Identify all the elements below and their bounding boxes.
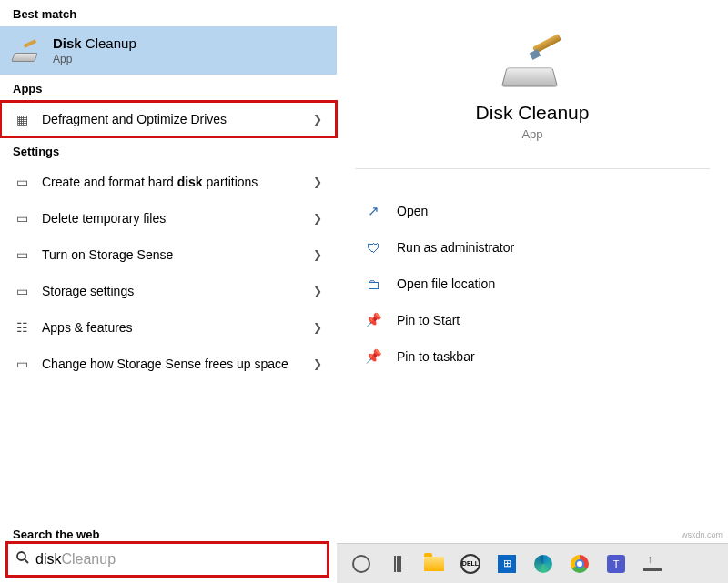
storage-icon: ▭	[13, 282, 31, 300]
admin-icon: 🛡	[364, 238, 382, 256]
store-icon[interactable]: ⊞	[495, 552, 519, 576]
storage-sense-icon: ▭	[13, 246, 31, 264]
search-input[interactable]: disk Cleanup	[5, 541, 329, 578]
dell-icon[interactable]: DELL	[459, 552, 482, 576]
setting-storage-change[interactable]: ▭ Change how Storage Sense frees up spac…	[0, 346, 337, 382]
setting-label: Apps & features	[42, 320, 302, 335]
chevron-right-icon: ❯	[313, 176, 324, 188]
setting-storage[interactable]: ▭ Storage settings ❯	[0, 273, 337, 309]
setting-storage-sense[interactable]: ▭ Turn on Storage Sense ❯	[0, 236, 337, 273]
setting-apps-features[interactable]: ☷ Apps & features ❯	[0, 309, 337, 346]
detail-title: Disk Cleanup	[476, 102, 590, 124]
setting-label: Storage settings	[42, 284, 302, 298]
setting-partitions[interactable]: ▭ Create and format hard disk partitions…	[0, 164, 337, 200]
apps-header: Apps	[0, 75, 337, 101]
setting-label: Create and format hard disk partitions	[42, 175, 302, 189]
cortana-icon[interactable]	[349, 552, 373, 576]
chevron-right-icon: ❯	[313, 248, 324, 261]
file-explorer-icon[interactable]	[422, 552, 446, 576]
task-view-icon[interactable]	[386, 552, 410, 576]
detail-panel: Disk Cleanup App ↗ Open 🛡 Run as adminis…	[337, 0, 728, 583]
setting-delete-temp[interactable]: ▭ Delete temporary files ❯	[0, 200, 337, 236]
setting-label: Turn on Storage Sense	[42, 247, 302, 262]
taskbar: DELL ⊞ T	[337, 543, 728, 583]
delete-temp-icon: ▭	[13, 209, 31, 227]
actions-list: ↗ Open 🛡 Run as administrator 🗀 Open fil…	[337, 175, 728, 393]
action-open[interactable]: ↗ Open	[364, 193, 701, 229]
storage-change-icon: ▭	[13, 355, 31, 373]
chrome-icon[interactable]	[568, 552, 592, 576]
teams-icon[interactable]: T	[604, 552, 628, 576]
action-label: Open	[397, 204, 428, 218]
search-typed: disk	[35, 551, 61, 568]
chevron-right-icon: ❯	[313, 285, 324, 297]
chevron-right-icon: ❯	[313, 357, 324, 370]
action-file-location[interactable]: 🗀 Open file location	[364, 266, 701, 302]
settings-list: ▭ Create and format hard disk partitions…	[0, 164, 337, 520]
tray-up-icon[interactable]	[641, 552, 664, 576]
action-run-admin[interactable]: 🛡 Run as administrator	[364, 229, 701, 266]
disk-cleanup-icon	[500, 36, 565, 87]
pin-taskbar-icon: 📌	[364, 347, 382, 366]
open-icon: ↗	[364, 202, 382, 220]
divider	[355, 168, 710, 169]
watermark: wsxdn.com	[682, 530, 723, 539]
disk-cleanup-icon	[13, 40, 42, 62]
setting-label: Delete temporary files	[42, 211, 302, 226]
detail-subtitle: App	[521, 127, 542, 141]
search-icon	[15, 550, 30, 568]
settings-header: Settings	[0, 137, 337, 164]
best-match-title: Disk Cleanup	[53, 35, 136, 51]
search-suggestion: Cleanup	[61, 551, 116, 568]
best-match-disk-cleanup[interactable]: Disk Cleanup App	[0, 26, 337, 75]
defrag-icon: ▦	[13, 110, 31, 128]
svg-point-2	[17, 552, 25, 560]
edge-icon[interactable]	[531, 552, 555, 576]
partition-icon: ▭	[13, 173, 31, 191]
action-label: Pin to Start	[397, 313, 460, 327]
left-panel: Best match Disk Cleanup App Apps ▦ Defra…	[0, 0, 337, 583]
action-pin-taskbar[interactable]: 📌 Pin to taskbar	[364, 338, 701, 375]
search-results-panel: Best match Disk Cleanup App Apps ▦ Defra…	[0, 0, 728, 583]
action-label: Open file location	[397, 276, 495, 291]
svg-line-3	[25, 559, 28, 563]
chevron-right-icon: ❯	[313, 113, 324, 126]
best-match-header: Best match	[0, 0, 337, 26]
pin-start-icon: 📌	[364, 311, 382, 329]
action-label: Run as administrator	[397, 240, 514, 255]
action-pin-start[interactable]: 📌 Pin to Start	[364, 302, 701, 338]
best-match-subtitle: App	[53, 53, 136, 65]
apps-features-icon: ☷	[13, 318, 31, 337]
chevron-right-icon: ❯	[313, 321, 324, 334]
action-label: Pin to taskbar	[397, 349, 475, 364]
folder-icon: 🗀	[364, 275, 382, 293]
detail-header: Disk Cleanup App	[337, 27, 728, 163]
app-label: Defragment and Optimize Drives	[42, 112, 302, 126]
setting-label: Change how Storage Sense frees up space	[42, 357, 302, 371]
chevron-right-icon: ❯	[313, 212, 324, 225]
app-defragment[interactable]: ▦ Defragment and Optimize Drives ❯	[0, 101, 337, 137]
